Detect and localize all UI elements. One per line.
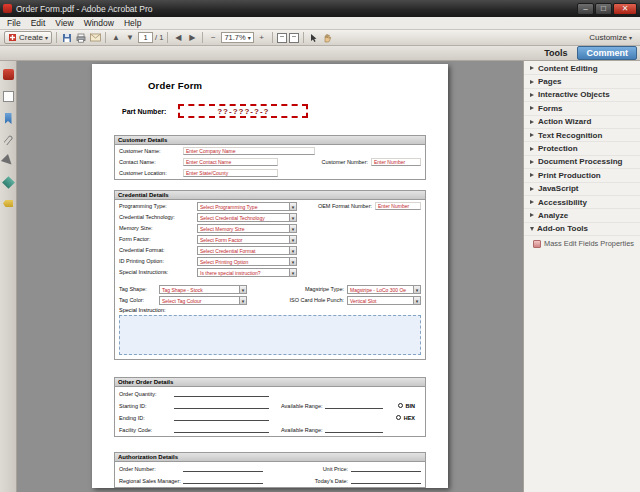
available-range-field[interactable]: [325, 402, 383, 409]
spacer: [115, 278, 425, 283]
id-printing-option-dropdown[interactable]: Select Printing Option▾: [197, 257, 297, 266]
menu-view[interactable]: View: [50, 18, 78, 28]
hex-radio[interactable]: [396, 415, 401, 420]
iso-card-hole-punch-dropdown[interactable]: Vertical Slot▾: [347, 296, 421, 305]
starting-id-label: Starting ID:: [119, 403, 174, 409]
panel-section-protection[interactable]: Protection: [524, 142, 640, 155]
bin-radio[interactable]: [398, 403, 403, 408]
tag-color-dropdown[interactable]: Select Tag Colour▾: [159, 296, 247, 305]
available-range-field-2[interactable]: [325, 426, 383, 433]
panel-section-add-on-tools[interactable]: Add-on Tools: [524, 223, 640, 236]
credential-technology-dropdown[interactable]: Select Credential Technology▾: [197, 213, 297, 222]
create-button[interactable]: Create ▾: [4, 31, 52, 44]
tab-tools[interactable]: Tools: [534, 48, 577, 58]
tab-comment[interactable]: Comment: [577, 46, 637, 60]
magstripe-type-dropdown[interactable]: Magstripe - LoCo 300 Oe▾: [347, 285, 421, 294]
close-button[interactable]: ✕: [613, 3, 637, 15]
panel-section-print-production[interactable]: Print Production: [524, 169, 640, 182]
page-number-input[interactable]: 1: [138, 32, 153, 43]
next-view-icon[interactable]: ▶: [186, 31, 198, 44]
order-number-field[interactable]: [183, 465, 263, 472]
form-factor-dropdown[interactable]: Select Form Factor▾: [197, 235, 297, 244]
panel-section-accessibility[interactable]: Accessibility: [524, 196, 640, 209]
panel-section-action-wizard[interactable]: Action Wizard: [524, 116, 640, 129]
available-range-label: Available Range:: [281, 427, 322, 433]
facility-code-field[interactable]: [174, 426, 269, 433]
maximize-button[interactable]: □: [595, 3, 612, 15]
expand-arrow-icon: [530, 160, 534, 164]
unit-price-field[interactable]: [351, 465, 421, 472]
panel-section-content-editing[interactable]: Content Editing: [524, 62, 640, 75]
dropdown-arrow-icon[interactable]: ▾: [289, 269, 296, 276]
panel-section-pages[interactable]: Pages: [524, 75, 640, 88]
starting-id-field[interactable]: [174, 402, 269, 409]
dropdown-arrow-icon[interactable]: ▾: [413, 286, 420, 293]
dropdown-arrow-icon[interactable]: ▾: [289, 203, 296, 210]
tag-shape-dropdown[interactable]: Tag Shape - Stock▾: [159, 285, 247, 294]
todays-date-field[interactable]: [351, 477, 421, 484]
page-thumbnails-icon[interactable]: [3, 91, 14, 102]
oem-format-number-field[interactable]: Enter Number: [375, 202, 421, 210]
dropdown-arrow-icon[interactable]: ▾: [289, 225, 296, 232]
customer-location-field[interactable]: Enter State/County: [183, 169, 278, 177]
order-quantity-field[interactable]: [174, 390, 269, 397]
panel-section-javascript[interactable]: JavaScript: [524, 183, 640, 196]
bookmarks-icon[interactable]: [5, 113, 12, 124]
dropdown-arrow-icon[interactable]: ▾: [289, 214, 296, 221]
special-instruction-textarea[interactable]: [119, 315, 421, 355]
dropdown-arrow-icon[interactable]: ▾: [289, 236, 296, 243]
minimize-button[interactable]: –: [577, 3, 594, 15]
save-icon[interactable]: [61, 31, 73, 44]
previous-page-icon[interactable]: ▲: [110, 31, 122, 44]
menu-help[interactable]: Help: [119, 18, 146, 28]
credential-format-dropdown[interactable]: Select Credential Format▾: [197, 246, 297, 255]
zoom-out-icon[interactable]: −: [207, 31, 219, 44]
customize-button[interactable]: Customize ▾: [585, 33, 636, 42]
tags-icon[interactable]: [3, 200, 13, 207]
special-instruction-textarea-label: Special Instruction:: [119, 307, 421, 313]
zoom-level-select[interactable]: 71.7% ▾: [221, 32, 253, 43]
next-page-icon[interactable]: ▼: [124, 31, 136, 44]
attachments-icon[interactable]: [3, 135, 13, 146]
panel-section-document-processing[interactable]: Document Processing: [524, 156, 640, 169]
panel-section-interactive-objects[interactable]: Interactive Objects: [524, 89, 640, 102]
programming-type-dropdown[interactable]: Select Programming Type▾: [197, 202, 297, 211]
menu-window[interactable]: Window: [79, 18, 119, 28]
ending-id-field[interactable]: [174, 414, 269, 421]
layers-icon[interactable]: [2, 176, 15, 189]
menu-edit[interactable]: Edit: [26, 18, 51, 28]
document-viewport[interactable]: Order Form Part Number: ??-???-?-? Custo…: [17, 61, 523, 492]
fit-page-icon[interactable]: [289, 33, 299, 43]
special-instructions-dropdown[interactable]: Is there special instruction?▾: [197, 268, 297, 277]
contact-name-field[interactable]: Enter Contact Name: [183, 158, 278, 166]
menu-file[interactable]: File: [2, 18, 26, 28]
previous-view-icon[interactable]: ◀: [172, 31, 184, 44]
mass-edit-fields-properties-item[interactable]: Mass Edit Fields Properties: [524, 236, 640, 251]
panel-section-analyze[interactable]: Analyze: [524, 209, 640, 222]
pdf-portfolio-icon[interactable]: [3, 69, 14, 80]
customer-number-field[interactable]: Enter Number: [371, 158, 421, 166]
signatures-icon[interactable]: [1, 154, 15, 168]
panel-section-text-recognition[interactable]: Text Recognition: [524, 129, 640, 142]
hand-tool-icon[interactable]: [322, 31, 334, 44]
dropdown-arrow-icon[interactable]: ▾: [289, 247, 296, 254]
dropdown-arrow-icon[interactable]: ▾: [289, 258, 296, 265]
panel-section-label: Forms: [538, 104, 562, 113]
email-icon[interactable]: [89, 31, 101, 44]
zoom-in-icon[interactable]: +: [256, 31, 268, 44]
fit-width-icon[interactable]: [277, 33, 287, 43]
pdf-page: Order Form Part Number: ??-???-?-? Custo…: [92, 64, 448, 488]
dropdown-arrow-icon[interactable]: ▾: [239, 286, 246, 293]
memory-size-dropdown[interactable]: Select Memory Size▾: [197, 224, 297, 233]
part-number-field[interactable]: ??-???-?-?: [178, 104, 308, 118]
regional-sales-manager-field[interactable]: [183, 477, 263, 484]
dropdown-arrow-icon[interactable]: ▾: [413, 297, 420, 304]
print-icon[interactable]: [75, 31, 87, 44]
dropdown-arrow-icon[interactable]: ▾: [239, 297, 246, 304]
customer-name-field[interactable]: Enter Company Name: [183, 147, 315, 155]
selection-tool-icon[interactable]: [308, 31, 320, 44]
tag-shape-value: Tag Shape - Stock: [162, 287, 203, 293]
panel-section-forms[interactable]: Forms: [524, 102, 640, 115]
hex-radio-group: HEX: [396, 415, 415, 421]
mass-edit-fields-icon: [533, 240, 541, 248]
